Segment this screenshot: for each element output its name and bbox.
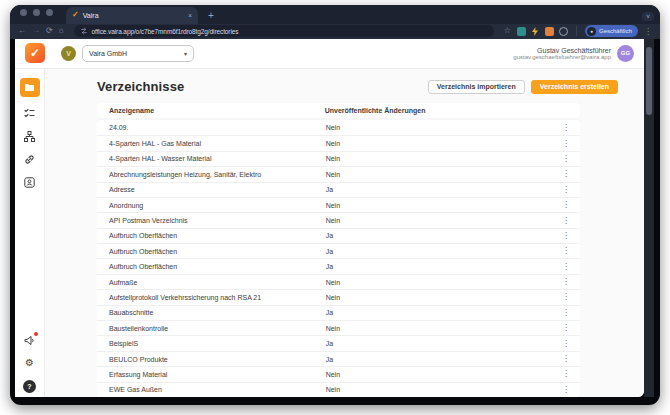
table-row[interactable]: Baustellenkontrolle Nein ⋮: [97, 320, 580, 335]
row-name: Erfassung Material: [109, 371, 326, 378]
import-directory-button[interactable]: Verzeichnis importieren: [428, 80, 525, 94]
row-name: BEULCO Produkte: [109, 356, 326, 363]
page-header: Verzeichnisse Verzeichnis importieren Ve…: [97, 79, 618, 95]
window-minimize-button[interactable]: [33, 9, 40, 16]
row-name: Aufbruch Oberflächen: [109, 232, 326, 239]
table-row[interactable]: Anordnung Nein ⋮: [97, 197, 580, 212]
row-menu-icon[interactable]: ⋮: [560, 140, 570, 148]
reload-icon[interactable]: ⟳: [46, 27, 53, 35]
table-row[interactable]: Bauabschnitte Ja ⋮: [97, 305, 580, 320]
bolt-extension-icon[interactable]: [531, 27, 540, 36]
row-menu-icon[interactable]: ⋮: [560, 217, 570, 225]
row-menu-icon[interactable]: ⋮: [560, 324, 570, 332]
forward-icon[interactable]: →: [32, 27, 40, 35]
new-tab-button[interactable]: +: [208, 10, 214, 24]
browser-tab[interactable]: ✓ Vaira ×: [66, 7, 198, 24]
url-text: office.vaira.app/o/c7be7mnm6f1rdro8tg2g/…: [92, 28, 239, 35]
row-menu-icon[interactable]: ⋮: [560, 155, 570, 163]
org-select-value: Vaira GmbH: [89, 50, 127, 57]
window-maximize-button[interactable]: [46, 9, 53, 16]
tab-title: Vaira: [83, 12, 184, 19]
scrollbar-thumb[interactable]: [646, 47, 652, 115]
create-directory-button[interactable]: Verzeichnis erstellen: [531, 80, 618, 94]
tab-close-icon[interactable]: ×: [188, 12, 192, 19]
row-menu-icon[interactable]: ⋮: [560, 309, 570, 317]
window-controls: [20, 5, 53, 24]
row-menu-icon[interactable]: ⋮: [560, 340, 570, 348]
table-row[interactable]: 24.09. Nein ⋮: [97, 120, 580, 135]
row-menu-icon[interactable]: ⋮: [560, 170, 570, 178]
row-changes: Nein: [326, 155, 560, 162]
browser-profile-chip[interactable]: ● Geschäftlich: [585, 25, 638, 37]
row-changes: Nein: [326, 294, 560, 301]
row-menu-icon[interactable]: ⋮: [560, 201, 570, 209]
user-avatar[interactable]: GG: [617, 45, 634, 62]
table-row[interactable]: Aufbruch Oberflächen Ja ⋮: [97, 258, 580, 273]
profile-avatar-icon: ●: [587, 27, 596, 36]
sidebar-item-workflow[interactable]: [24, 131, 36, 143]
table-row[interactable]: BEULCO Produkte Ja ⋮: [97, 351, 580, 366]
table-row[interactable]: Aufbruch Oberflächen Ja ⋮: [97, 243, 580, 258]
row-menu-icon[interactable]: ⋮: [560, 370, 570, 378]
table-row[interactable]: Aufstellprotokoll Verkehrssicherung nach…: [97, 289, 580, 304]
table-row[interactable]: 4-Sparten HAL - Wasser Material Nein ⋮: [97, 151, 580, 166]
teal-extension-icon[interactable]: [517, 27, 526, 36]
address-bar[interactable]: office.vaira.app/o/c7be7mnm6f1rdro8tg2g/…: [74, 25, 494, 37]
row-menu-icon[interactable]: ⋮: [560, 263, 570, 271]
row-name: EWE Gas Außen: [109, 386, 326, 393]
row-changes: Ja: [326, 340, 560, 347]
row-menu-icon[interactable]: ⋮: [560, 124, 570, 132]
table-row[interactable]: EWE Gas Außen Nein ⋮: [97, 382, 580, 397]
org-select-dropdown[interactable]: Vaira GmbH ▾: [82, 45, 194, 62]
browser-window: ✓ Vaira × + ˅ ← → ⟳ ⌂ office.vaira.app/o…: [10, 5, 660, 405]
row-menu-icon[interactable]: ⋮: [560, 293, 570, 301]
window-close-button[interactable]: [20, 9, 27, 16]
row-changes: Nein: [326, 279, 560, 286]
table-row[interactable]: 4-Sparten HAL - Gas Material Nein ⋮: [97, 135, 580, 150]
tab-bar: ✓ Vaira × + ˅: [10, 5, 660, 24]
row-name: API Postman Verzeichnis: [109, 217, 326, 224]
table-row[interactable]: Aufmaße Nein ⋮: [97, 274, 580, 289]
home-icon[interactable]: ⌂: [59, 27, 64, 35]
sidebar-item-forms[interactable]: [24, 108, 36, 120]
row-changes: Nein: [326, 217, 560, 224]
help-button[interactable]: ?: [23, 380, 36, 393]
table-row[interactable]: Erfassung Material Nein ⋮: [97, 366, 580, 381]
row-name: 4-Sparten HAL - Gas Material: [109, 140, 326, 147]
row-menu-icon[interactable]: ⋮: [560, 355, 570, 363]
bookmark-star-icon[interactable]: ☆: [504, 27, 511, 35]
row-changes: Nein: [326, 371, 560, 378]
scrollbar-track[interactable]: [644, 39, 654, 397]
toolbar-divider: [576, 26, 577, 36]
tab-search-chevron-icon[interactable]: ˅: [642, 12, 654, 21]
outline-extension-icon[interactable]: [559, 27, 568, 36]
user-info: Gustav Geschäftsführer gustav.geschaefts…: [513, 47, 611, 60]
row-menu-icon[interactable]: ⋮: [560, 186, 570, 194]
sidebar-item-contacts[interactable]: [24, 177, 36, 189]
row-menu-icon[interactable]: ⋮: [560, 232, 570, 240]
row-name: Adresse: [109, 186, 326, 193]
table-row[interactable]: Adresse Ja ⋮: [97, 182, 580, 197]
browser-menu-icon[interactable]: ⋮: [644, 27, 652, 36]
profile-label: Geschäftlich: [599, 28, 632, 34]
row-changes: Ja: [326, 309, 560, 316]
row-menu-icon[interactable]: ⋮: [560, 278, 570, 286]
orange-extension-icon[interactable]: [545, 27, 554, 36]
table-body: 24.09. Nein ⋮ 4-Sparten HAL - Gas Materi…: [97, 120, 580, 397]
row-menu-icon[interactable]: ⋮: [560, 247, 570, 255]
row-changes: Nein: [326, 202, 560, 209]
notification-badge: [34, 332, 38, 336]
desktop: ✓ Vaira × + ˅ ← → ⟳ ⌂ office.vaira.app/o…: [0, 0, 670, 415]
row-changes: Ja: [326, 263, 560, 270]
settings-gear-icon[interactable]: ⚙: [24, 357, 36, 369]
back-icon[interactable]: ←: [18, 27, 26, 35]
table-row[interactable]: Aufbruch Oberflächen Ja ⋮: [97, 228, 580, 243]
table-row[interactable]: API Postman Verzeichnis Nein ⋮: [97, 212, 580, 227]
announcements-icon[interactable]: [24, 334, 36, 346]
row-changes: Nein: [326, 171, 560, 178]
row-menu-icon[interactable]: ⋮: [560, 386, 570, 394]
table-row[interactable]: BeispielS Ja ⋮: [97, 335, 580, 350]
sidebar-item-links[interactable]: [24, 154, 36, 166]
sidebar-item-directories[interactable]: [20, 78, 40, 97]
table-row[interactable]: Abrechnungsleistungen Heizung, Sanitär, …: [97, 166, 580, 181]
